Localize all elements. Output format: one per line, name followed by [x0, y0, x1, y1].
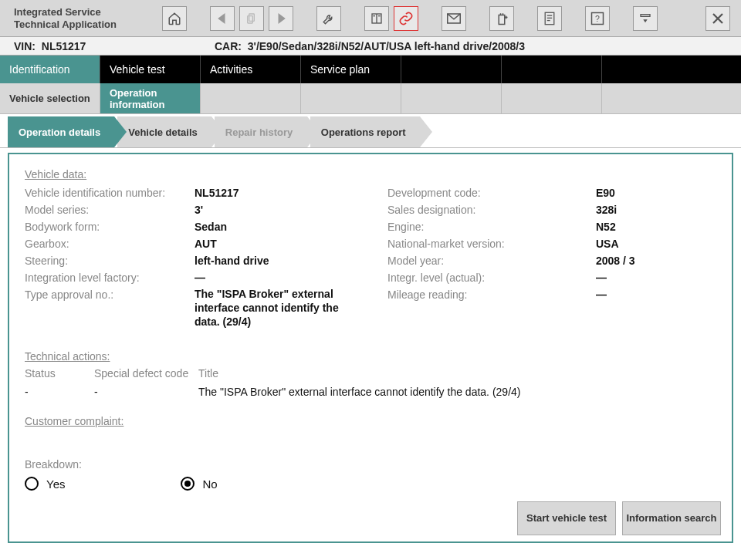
- mail-icon[interactable]: [442, 6, 466, 31]
- label-model-year: Model year:: [387, 253, 596, 268]
- vin-bar: VIN: NL51217 CAR: 3'/E90/Sedan/328i/N52/…: [0, 37, 741, 56]
- sub-tabs: Vehicle selection Operation information: [0, 83, 741, 114]
- value-integ-actual: —: [596, 270, 689, 285]
- vehicle-data-title: Vehicle data:: [25, 168, 716, 180]
- value-engine: N52: [596, 219, 689, 234]
- content-panel: Vehicle data: Vehicle identification num…: [8, 153, 733, 543]
- svg-rect-9: [499, 15, 505, 24]
- tab-empty-3: [602, 56, 741, 83]
- toolbar: ?: [162, 6, 741, 31]
- subtab-operation-information[interactable]: Operation information: [100, 83, 201, 113]
- subtab-empty-4: [502, 83, 602, 113]
- radio-icon: [25, 477, 39, 491]
- app-title: Integrated Service Technical Application: [0, 6, 162, 30]
- help-icon[interactable]: ?: [585, 6, 610, 31]
- value-model-year: 2008 / 3: [596, 253, 689, 268]
- svg-rect-2: [248, 15, 253, 22]
- panel-icon[interactable]: [364, 6, 389, 31]
- breakdown-no-label: No: [202, 477, 217, 491]
- label-engine: Engine:: [387, 219, 596, 234]
- subtab-empty-1: [201, 83, 301, 113]
- value-dev-code: E90: [596, 185, 689, 201]
- back-icon[interactable]: [210, 6, 235, 31]
- label-integ-factory: Integration level factory:: [25, 270, 195, 285]
- value-sales-desig: 328i: [596, 202, 689, 218]
- dropdown-icon[interactable]: [633, 6, 658, 31]
- subtab-empty-3: [401, 83, 502, 113]
- label-vin: Vehicle identification number:: [25, 185, 195, 201]
- vin-value: NL51217: [42, 40, 86, 52]
- radio-icon: [181, 477, 195, 491]
- main-tabs: Identification Vehicle test Activities S…: [0, 56, 741, 83]
- value-integ-factory: —: [195, 270, 364, 285]
- label-bodywork: Bodywork form:: [25, 219, 195, 234]
- svg-marker-21: [643, 19, 647, 22]
- value-vin: NL51217: [195, 185, 364, 201]
- crumb-repair-history[interactable]: Repair history: [215, 116, 307, 147]
- label-model-series: Model series:: [25, 202, 195, 218]
- value-model-series: 3': [195, 202, 364, 218]
- label-steering: Steering:: [25, 253, 195, 268]
- breakdown-no-radio[interactable]: No: [181, 477, 217, 491]
- copy-icon[interactable]: [239, 6, 264, 31]
- home-icon[interactable]: [162, 6, 187, 31]
- tech-title: The "ISPA Broker" external interface can…: [198, 386, 520, 398]
- link-icon[interactable]: [394, 6, 418, 31]
- breakdown-yes-radio[interactable]: Yes: [25, 477, 65, 491]
- tech-header-status: Status: [25, 367, 94, 380]
- label-sales-desig: Sales designation:: [387, 202, 596, 218]
- tab-identification[interactable]: Identification: [0, 56, 100, 83]
- customer-complaint-title: Customer complaint:: [25, 415, 716, 427]
- information-search-button[interactable]: Information search: [622, 501, 721, 535]
- subtab-vehicle-selection[interactable]: Vehicle selection: [0, 83, 100, 113]
- tech-header-title: Title: [198, 367, 218, 380]
- subtab-empty-2: [301, 83, 401, 113]
- tab-vehicle-test[interactable]: Vehicle test: [100, 56, 201, 83]
- value-national-market: USA: [596, 236, 689, 251]
- crumb-vehicle-details[interactable]: Vehicle details: [117, 116, 211, 147]
- doc-icon[interactable]: [537, 6, 562, 31]
- value-steering: left-hand drive: [195, 253, 364, 268]
- label-type-approval: Type approval no.:: [25, 287, 195, 302]
- battery-icon[interactable]: [489, 6, 514, 31]
- value-mileage: —: [596, 287, 689, 302]
- tab-empty-2: [502, 56, 602, 83]
- svg-rect-1: [249, 14, 255, 21]
- car-value: 3'/E90/Sedan/328i/N52/AUT/USA left-hand …: [248, 40, 525, 52]
- breadcrumb-tabs: Operation details Vehicle details Repair…: [0, 114, 741, 148]
- technical-actions-title: Technical actions:: [25, 350, 716, 363]
- subtab-empty-5: [602, 83, 741, 113]
- close-icon[interactable]: [705, 6, 730, 31]
- value-gearbox: AUT: [195, 236, 364, 251]
- label-gearbox: Gearbox:: [25, 236, 195, 251]
- tab-activities[interactable]: Activities: [201, 56, 301, 83]
- wrench-icon[interactable]: [316, 6, 341, 31]
- tech-code: -: [94, 386, 198, 398]
- svg-marker-3: [279, 13, 286, 24]
- vin-label: VIN:: [14, 40, 36, 52]
- label-dev-code: Development code:: [387, 185, 596, 201]
- label-mileage: Mileage reading:: [387, 287, 596, 302]
- svg-marker-0: [218, 13, 225, 24]
- breakdown-title: Breakdown:: [25, 458, 716, 471]
- value-type-approval: The "ISPA Broker" external interface can…: [195, 287, 364, 333]
- label-national-market: National-market version:: [387, 236, 596, 251]
- label-integ-actual: Integr. level (actual):: [387, 270, 596, 285]
- tab-empty-1: [401, 56, 502, 83]
- tech-status: -: [25, 386, 94, 398]
- svg-rect-20: [641, 14, 650, 16]
- breakdown-yes-label: Yes: [46, 477, 65, 491]
- crumb-operation-details[interactable]: Operation details: [8, 116, 114, 147]
- car-label: CAR:: [215, 40, 242, 52]
- svg-text:?: ?: [595, 13, 600, 22]
- start-vehicle-test-button[interactable]: Start vehicle test: [517, 501, 616, 535]
- tech-header-code: Special defect code: [94, 367, 198, 380]
- crumb-operations-report[interactable]: Operations report: [310, 116, 420, 147]
- forward-icon[interactable]: [269, 6, 293, 31]
- tab-service-plan[interactable]: Service plan: [301, 56, 401, 83]
- value-bodywork: Sedan: [195, 219, 364, 234]
